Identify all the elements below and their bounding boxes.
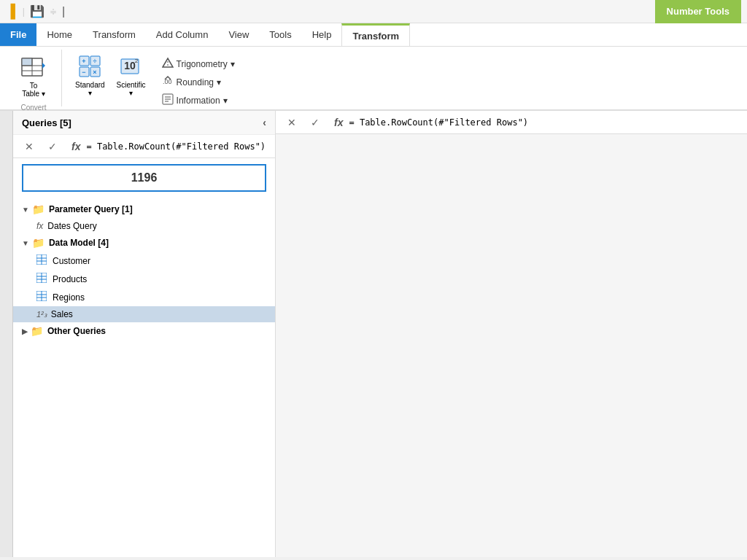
sidebar: Queries [5] ‹ ✕ ✓ fx 1196 ▼ 📁 Parameter … bbox=[13, 111, 276, 557]
rounding-arrow: ▾ bbox=[217, 77, 221, 88]
data-model-folder-icon: 📁 bbox=[32, 237, 44, 249]
query-list: ▼ 📁 Parameter Query [1] fx Dates Query ▼… bbox=[13, 198, 275, 557]
title-bar: ▐ | 💾 ≑ | Number Tools bbox=[0, 0, 747, 23]
information-arrow: ▾ bbox=[223, 96, 228, 106]
dates-query-item[interactable]: fx Dates Query bbox=[13, 218, 275, 234]
products-grid-icon bbox=[36, 273, 47, 285]
transform-buttons: + ÷ − × Standard▾ 10 bbox=[71, 52, 244, 112]
rounding-icon: .00 bbox=[162, 75, 174, 89]
regions-grid-icon bbox=[36, 291, 47, 303]
convert-group-label: Convert bbox=[15, 101, 53, 112]
sales-type-icon: 1²₃ bbox=[36, 310, 47, 319]
information-icon bbox=[162, 93, 174, 107]
query-group-other: ▶ 📁 Other Queries bbox=[13, 322, 275, 340]
to-table-icon bbox=[20, 55, 47, 82]
convert-buttons: ToTable ▾ bbox=[15, 52, 53, 101]
sidebar-header: Queries [5] ‹ bbox=[13, 111, 275, 135]
dates-query-label: Dates Query bbox=[47, 221, 96, 231]
svg-rect-1 bbox=[22, 58, 32, 66]
other-queries-label: Other Queries bbox=[47, 326, 106, 336]
content-confirm-button[interactable]: ✓ bbox=[305, 115, 325, 130]
menu-view[interactable]: View bbox=[218, 23, 259, 46]
undo-icon[interactable]: | bbox=[62, 5, 65, 18]
content-fx-label: fx bbox=[328, 115, 349, 130]
to-table-button[interactable]: ToTable ▾ bbox=[15, 52, 53, 101]
menu-transform-active[interactable]: Transform bbox=[341, 23, 410, 46]
data-model-arrow: ▼ bbox=[22, 239, 29, 247]
menu-add-column[interactable]: Add Column bbox=[146, 23, 219, 46]
content-area: ✕ ✓ fx bbox=[276, 111, 747, 557]
customer-grid-icon bbox=[36, 254, 47, 267]
formula-confirm-button[interactable]: ✓ bbox=[42, 139, 63, 154]
data-model-label: Data Model [4] bbox=[49, 238, 109, 248]
menu-tools[interactable]: Tools bbox=[259, 23, 301, 46]
scientific-button[interactable]: 10 2 Scientific▾ bbox=[112, 52, 150, 100]
formula-input[interactable] bbox=[86, 141, 269, 152]
trigonometry-arrow: ▾ bbox=[231, 59, 235, 69]
regions-label: Regions bbox=[53, 292, 85, 303]
formula-fx-label: fx bbox=[66, 139, 86, 154]
sales-item[interactable]: 1²₃ Sales bbox=[13, 306, 275, 322]
number-tools-label: Number Tools bbox=[655, 0, 741, 23]
query-group-data-model: ▼ 📁 Data Model [4] Customer bbox=[13, 234, 275, 322]
data-model-header[interactable]: ▼ 📁 Data Model [4] bbox=[13, 234, 275, 252]
standard-button[interactable]: + ÷ − × Standard▾ bbox=[71, 52, 109, 100]
menu-help[interactable]: Help bbox=[302, 23, 342, 46]
formula-cancel-button[interactable]: ✕ bbox=[19, 139, 39, 154]
products-label: Products bbox=[53, 274, 87, 284]
sidebar-collapse-button[interactable]: ‹ bbox=[263, 117, 266, 128]
other-queries-arrow: ▶ bbox=[22, 327, 28, 335]
svg-text:÷: ÷ bbox=[93, 58, 97, 65]
value-container: 1196 bbox=[13, 158, 275, 198]
menu-transform[interactable]: Transform bbox=[82, 23, 146, 46]
trigonometry-label: Trigonometry bbox=[177, 59, 228, 69]
to-table-label: ToTable ▾ bbox=[22, 82, 45, 98]
dates-query-fx-icon: fx bbox=[36, 221, 43, 231]
content-main bbox=[276, 134, 747, 557]
left-ruler bbox=[0, 111, 13, 557]
content-formula-input[interactable] bbox=[349, 117, 741, 128]
save-icon[interactable]: 💾 bbox=[30, 4, 44, 18]
customer-label: Customer bbox=[53, 256, 90, 266]
title-sep1: | bbox=[23, 7, 25, 17]
menu-file[interactable]: File bbox=[0, 23, 36, 46]
title-sep2: ≑ bbox=[50, 7, 57, 17]
trigonometry-button[interactable]: Trigonometry ▾ bbox=[159, 55, 238, 72]
svg-text:−: − bbox=[82, 69, 86, 76]
standard-label: Standard▾ bbox=[75, 81, 105, 97]
formula-bar: ✕ ✓ fx bbox=[13, 135, 275, 158]
other-queries-folder-icon: 📁 bbox=[31, 325, 43, 337]
menu-home[interactable]: Home bbox=[36, 23, 82, 46]
content-cancel-button[interactable]: ✕ bbox=[282, 115, 302, 130]
svg-text:2: 2 bbox=[134, 58, 138, 64]
trig-group: Trigonometry ▾ .00 Rounding ▾ bbox=[153, 52, 244, 112]
parameter-query-header[interactable]: ▼ 📁 Parameter Query [1] bbox=[13, 201, 275, 218]
information-button[interactable]: Information ▾ bbox=[159, 92, 238, 109]
svg-text:×: × bbox=[93, 69, 97, 76]
scientific-icon: 10 2 bbox=[120, 55, 142, 81]
app-logo: ▐ bbox=[6, 4, 15, 19]
content-formula-bar: ✕ ✓ fx bbox=[276, 111, 747, 134]
ribbon: ToTable ▾ Convert + ÷ − × bbox=[0, 47, 747, 111]
regions-item[interactable]: Regions bbox=[13, 288, 275, 306]
query-group-parameter: ▼ 📁 Parameter Query [1] fx Dates Query bbox=[13, 201, 275, 234]
ribbon-transform-group: + ÷ − × Standard▾ 10 bbox=[62, 50, 252, 106]
trigonometry-icon bbox=[162, 57, 174, 71]
sales-label: Sales bbox=[51, 309, 73, 319]
other-queries-header[interactable]: ▶ 📁 Other Queries bbox=[13, 322, 275, 340]
standard-icon: + ÷ − × bbox=[79, 55, 101, 81]
parameter-query-folder-icon: 📁 bbox=[32, 203, 44, 215]
parameter-query-arrow: ▼ bbox=[22, 206, 29, 214]
scientific-label: Scientific▾ bbox=[117, 81, 146, 97]
menu-bar: File Home Transform Add Column View Tool… bbox=[0, 23, 747, 47]
products-item[interactable]: Products bbox=[13, 270, 275, 288]
information-label: Information bbox=[177, 96, 220, 106]
main-area: Queries [5] ‹ ✕ ✓ fx 1196 ▼ 📁 Parameter … bbox=[0, 111, 747, 557]
ribbon-convert-group: ToTable ▾ Convert bbox=[6, 50, 62, 106]
rounding-label: Rounding bbox=[177, 77, 214, 88]
customer-item[interactable]: Customer bbox=[13, 252, 275, 270]
rounding-button[interactable]: .00 Rounding ▾ bbox=[159, 74, 238, 90]
svg-text:10: 10 bbox=[124, 60, 136, 71]
row-count-value: 1196 bbox=[22, 164, 266, 192]
parameter-query-label: Parameter Query [1] bbox=[49, 204, 133, 214]
